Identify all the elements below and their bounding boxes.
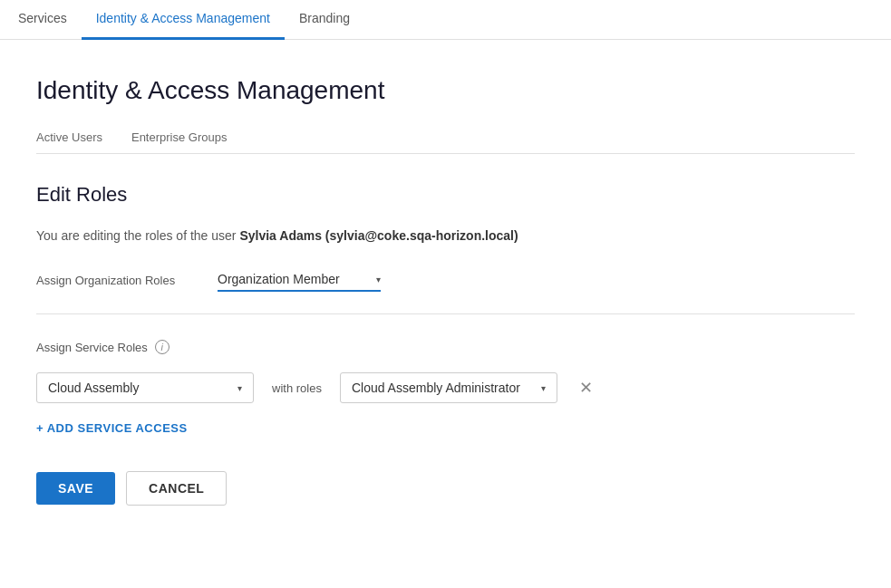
user-name: Sylvia Adams (sylvia@coke.sqa-horizon.lo… [239,228,518,243]
section-divider [36,313,855,314]
sub-tabs: Active Users Enterprise Groups [36,123,855,154]
tab-enterprise-groups[interactable]: Enterprise Groups [131,123,242,153]
role-value: Cloud Assembly Administrator [352,381,534,395]
role-chevron-icon: ▾ [541,383,546,393]
top-nav: Services Identity & Access Management Br… [0,0,891,40]
service-roles-label-row: Assign Service Roles i [36,340,855,354]
description-prefix: You are editing the roles of the user [36,228,239,243]
org-role-chevron-icon: ▾ [376,275,381,284]
remove-service-button[interactable]: ✕ [576,374,596,401]
nav-iam[interactable]: Identity & Access Management [82,0,285,40]
section-title: Edit Roles [36,183,855,207]
service-row: Cloud Assembly ▾ with roles Cloud Assemb… [36,372,855,403]
edit-description: You are editing the roles of the user Sy… [36,228,855,243]
service-roles-label: Assign Service Roles [36,341,148,354]
save-button[interactable]: SAVE [36,472,115,505]
cancel-button[interactable]: CANCEL [126,471,227,506]
page-title: Identity & Access Management [36,76,855,105]
nav-services[interactable]: Services [18,0,82,40]
org-role-dropdown[interactable]: Organization Member ▾ [218,268,381,292]
info-icon[interactable]: i [155,340,169,354]
org-roles-row: Assign Organization Roles Organization M… [36,268,855,292]
nav-branding[interactable]: Branding [285,0,364,40]
add-service-access[interactable]: + ADD SERVICE ACCESS [36,421,855,435]
role-dropdown[interactable]: Cloud Assembly Administrator ▾ [340,372,557,403]
org-role-value: Organization Member [218,272,376,286]
service-chevron-icon: ▾ [237,383,242,393]
service-value: Cloud Assembly [48,381,230,395]
main-content: Identity & Access Management Active User… [0,40,891,588]
service-dropdown[interactable]: Cloud Assembly ▾ [36,372,254,403]
org-roles-label: Assign Organization Roles [36,274,218,287]
with-roles-text: with roles [272,381,322,395]
tab-active-users[interactable]: Active Users [36,123,117,153]
action-buttons: SAVE CANCEL [36,471,855,506]
